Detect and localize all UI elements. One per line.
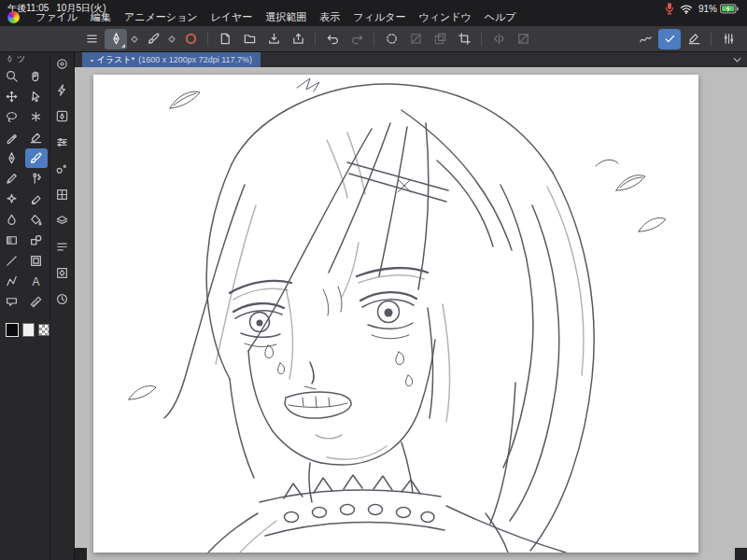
- menu-item-help[interactable]: ヘルプ: [478, 10, 523, 24]
- illustration-sketch: [93, 75, 698, 553]
- toolbar-separator: [207, 32, 208, 46]
- workspace: • イラスト* (1600 x 1200px 72dpi 117.7%): [75, 52, 747, 560]
- vector-correction-button[interactable]: [683, 29, 705, 49]
- current-subtool-button[interactable]: [142, 29, 164, 49]
- tool-grid: A: [0, 66, 49, 312]
- select-layer-button[interactable]: [429, 29, 451, 49]
- palette-settings-icon[interactable]: [717, 29, 740, 49]
- selection-launcher-icon[interactable]: [380, 29, 402, 49]
- zoom-tool[interactable]: [1, 66, 23, 86]
- airbrush-tool[interactable]: [25, 169, 48, 189]
- clip-studio-home-icon[interactable]: [179, 29, 202, 49]
- open-file-button[interactable]: [238, 29, 261, 49]
- tool-sidebar: ツ: [0, 52, 75, 560]
- tool-palette-title: ツ: [17, 53, 25, 65]
- new-canvas-button[interactable]: [214, 29, 236, 49]
- clip-studio-paint-app: 午後11:05 10月5日(火) 91%: [0, 0, 747, 560]
- smoothing-button[interactable]: [634, 29, 656, 49]
- scroll-corner-right[interactable]: [735, 548, 747, 560]
- flip-horizontal-button[interactable]: [487, 29, 510, 49]
- history-icon[interactable]: [53, 290, 72, 307]
- toolbar-separator: [711, 32, 712, 46]
- color-swatches: [0, 323, 49, 337]
- quick-access-icon[interactable]: [53, 81, 72, 98]
- main-color-swatch[interactable]: [6, 323, 19, 337]
- menu-item-window[interactable]: ウィンドウ: [412, 10, 477, 24]
- hamburger-menu-icon[interactable]: [80, 29, 103, 49]
- eyedropper-tool[interactable]: [1, 128, 23, 147]
- menu-item-layer[interactable]: レイヤー: [204, 10, 260, 24]
- document-tabbar: • イラスト* (1600 x 1200px 72dpi 117.7%): [75, 52, 747, 67]
- brush-tool[interactable]: [25, 148, 48, 168]
- menu-item-filter[interactable]: フィルター: [346, 10, 412, 24]
- tool-palette-header[interactable]: ツ: [0, 52, 49, 66]
- menu-item-animation[interactable]: アニメーション: [118, 10, 204, 24]
- material-icon[interactable]: [53, 264, 72, 281]
- status-menu-bar: 午後11:05 10月5日(火) 91%: [0, 0, 747, 26]
- stabilizer-button[interactable]: [658, 29, 681, 49]
- main-area: ツ: [0, 52, 747, 560]
- menu-item-view[interactable]: 表示: [313, 10, 346, 24]
- lasso-tool[interactable]: [1, 107, 23, 127]
- canvas[interactable]: [93, 75, 698, 553]
- toolbar-separator: [481, 32, 482, 46]
- layer-icon[interactable]: [53, 212, 72, 229]
- share-button[interactable]: [287, 29, 309, 49]
- tool-property-icon[interactable]: [53, 133, 72, 150]
- scroll-corner-left[interactable]: [75, 548, 87, 560]
- clip-studio-logo[interactable]: [7, 11, 20, 23]
- crop-button[interactable]: [453, 29, 475, 49]
- battery-percent-label: 91%: [698, 4, 717, 14]
- battery-indicator: 91%: [698, 4, 740, 14]
- pen-tool[interactable]: [1, 148, 23, 168]
- transparent-color-swatch[interactable]: [38, 324, 49, 336]
- save-button[interactable]: [262, 29, 285, 49]
- pen-tab-icon: [6, 55, 14, 63]
- pencil-tool[interactable]: [1, 169, 23, 189]
- eraser-tool[interactable]: [25, 189, 48, 209]
- polygon-tool[interactable]: [1, 272, 23, 291]
- sub-color-swatch[interactable]: [22, 323, 35, 337]
- frame-tool[interactable]: [25, 251, 48, 271]
- tool-expander-icon[interactable]: [129, 29, 140, 49]
- command-toolbar: [0, 26, 747, 52]
- toolbar-separator: [374, 32, 374, 46]
- document-tab[interactable]: • イラスト* (1600 x 1200px 72dpi 117.7%): [82, 52, 261, 67]
- palette-strip: [49, 52, 74, 560]
- balloon-tool[interactable]: [1, 292, 23, 312]
- correct-line-tool[interactable]: [25, 128, 48, 147]
- redo-button[interactable]: [345, 29, 368, 49]
- line-tool[interactable]: [1, 251, 23, 271]
- color-set-icon[interactable]: [53, 186, 72, 203]
- menu-item-selection[interactable]: 選択範囲: [259, 10, 313, 24]
- battery-icon: [720, 4, 740, 14]
- navigator-icon[interactable]: [53, 55, 72, 72]
- layer-property-icon[interactable]: [53, 238, 72, 255]
- figure-tool[interactable]: [25, 231, 48, 250]
- tab-list-chevron-icon[interactable]: [726, 52, 747, 67]
- canvas-viewport[interactable]: [75, 67, 747, 560]
- decoration-tool[interactable]: [1, 189, 23, 209]
- current-tool-pen-button[interactable]: [105, 29, 127, 49]
- document-meta: (1600 x 1200px 72dpi 117.7%): [138, 55, 252, 64]
- sub-tool-icon[interactable]: [53, 107, 72, 124]
- text-tool-glyph: A: [32, 275, 39, 288]
- brush-size-icon[interactable]: [53, 160, 72, 176]
- text-tool[interactable]: A: [25, 272, 48, 291]
- ruler-tool[interactable]: [25, 292, 48, 312]
- move-tool[interactable]: [1, 87, 23, 106]
- menu-item-file[interactable]: ファイル: [29, 10, 84, 24]
- reference-layer-button[interactable]: [512, 29, 534, 49]
- tool-palette: ツ: [0, 52, 49, 560]
- gradient-tool[interactable]: [1, 231, 23, 250]
- deselect-button[interactable]: [404, 29, 427, 49]
- auto-select-tool[interactable]: [25, 107, 48, 127]
- hand-tool[interactable]: [25, 66, 48, 86]
- blend-tool[interactable]: [1, 210, 23, 230]
- subtool-expander-icon[interactable]: [166, 29, 177, 49]
- undo-button[interactable]: [321, 29, 344, 49]
- menu-item-edit[interactable]: 編集: [84, 10, 118, 24]
- mic-icon: [665, 2, 674, 15]
- fill-tool[interactable]: [25, 210, 48, 230]
- operation-tool[interactable]: [25, 87, 48, 106]
